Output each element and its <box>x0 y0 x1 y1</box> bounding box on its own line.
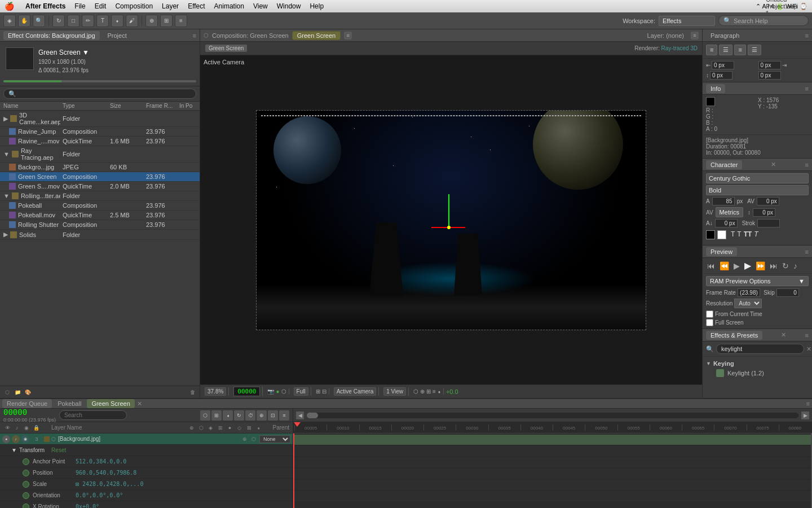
col-in[interactable]: In Po <box>179 103 196 109</box>
anchor-value[interactable]: 512.0,384.0,0.0 <box>76 458 126 465</box>
menu-help[interactable]: Help <box>310 2 324 10</box>
metrics-btn[interactable]: Metrics <box>716 207 743 217</box>
align-left-btn[interactable]: ≡ <box>706 45 717 55</box>
col-size[interactable]: Size <box>110 103 144 109</box>
tab-render-queue[interactable]: Render Queue <box>2 399 52 408</box>
menu-composition[interactable]: Composition <box>115 2 153 10</box>
info-panel-menu[interactable]: ≡ <box>805 85 809 92</box>
workspace-dropdown[interactable]: Effects <box>659 16 715 26</box>
vb-icon5[interactable]: ⬧ <box>438 388 441 395</box>
para-space-before-input[interactable] <box>710 71 732 80</box>
timecode-display[interactable]: 00000 <box>233 387 260 396</box>
layer-icon-2[interactable]: ⬡ <box>250 435 258 443</box>
vb-icon1[interactable]: ⬡ <box>413 388 418 395</box>
lc-mode-5[interactable]: ● <box>226 424 234 432</box>
anchor-stopwatch[interactable] <box>23 458 29 465</box>
menu-window[interactable]: Window <box>277 2 301 10</box>
menu-animation[interactable]: Animation <box>214 2 244 10</box>
tl-icon-7[interactable]: ⊡ <box>268 410 278 421</box>
font-weight-select[interactable]: Bold <box>706 185 809 195</box>
tl-icon-3[interactable]: ⬧ <box>223 410 233 421</box>
layer-solo-btn[interactable]: ◉ <box>21 435 29 443</box>
timeline-tracks[interactable] <box>293 433 812 508</box>
zoom-value[interactable]: 37.8% <box>205 387 226 396</box>
new-comp-icon[interactable]: ⬡ <box>3 388 11 396</box>
tool-extra2[interactable]: ≡ <box>175 15 187 27</box>
tl-icon-8[interactable]: ≡ <box>279 410 289 421</box>
para-indent-right-input[interactable] <box>758 61 781 69</box>
lc-eye-icon[interactable]: 👁 <box>3 424 11 432</box>
lc-solo-icon[interactable]: ◉ <box>23 424 30 432</box>
apple-menu[interactable]: 🍎 <box>5 2 14 11</box>
tool-paint[interactable]: 🖌 <box>126 15 138 27</box>
prev-to-start-btn[interactable]: ⏮ <box>706 261 716 270</box>
tl-icon-1[interactable]: ⬡ <box>200 410 210 421</box>
tl-nav-left[interactable]: ◀ <box>295 411 304 420</box>
text-stroke-color-swatch[interactable] <box>717 230 726 239</box>
list-item[interactable]: Ravine_Jump Composition 23.976 <box>0 127 200 137</box>
list-item[interactable]: ▶ Solids Folder <box>0 230 200 240</box>
list-item[interactable]: Pokeball.mov QuickTime 2.5 MB 23.976 <box>0 211 200 220</box>
lc-mode-6[interactable]: ◇ <box>236 424 244 432</box>
para-space-after-input[interactable] <box>758 71 781 80</box>
layer-item[interactable]: ● ♪ ◉ 3 ⬡ [Background.jpg] ⊕ ⬡ None <box>0 433 293 445</box>
list-item[interactable]: Green Screen Composition 23.976 <box>0 172 200 182</box>
col-name[interactable]: Name <box>3 103 60 109</box>
new-folder-icon[interactable]: 📁 <box>14 388 21 396</box>
tool-zoom[interactable]: 🔍 <box>33 15 45 27</box>
tool-pen[interactable]: ✏ <box>82 15 94 27</box>
prev-step-fwd-btn[interactable]: ▶ <box>732 261 741 270</box>
stroke-input[interactable] <box>757 219 780 227</box>
prev-audio-btn[interactable]: ♪ <box>792 261 798 270</box>
lc-audio-icon[interactable]: ♪ <box>13 424 21 432</box>
para-panel-menu[interactable]: ≡ <box>805 32 809 39</box>
ec-name[interactable]: Green Screen ▼ <box>38 47 89 58</box>
scale-stopwatch[interactable] <box>23 481 29 488</box>
position-stopwatch[interactable] <box>23 470 29 476</box>
tool-rotate[interactable]: ↻ <box>52 15 65 27</box>
menu-view[interactable]: View <box>253 2 268 10</box>
skip-input[interactable] <box>776 288 799 297</box>
scale-value[interactable]: ⊠ 2428.0,2428.0,...0 <box>76 481 143 487</box>
from-current-checkbox[interactable] <box>706 310 713 318</box>
ep-group-header-keying[interactable]: ▼ Keying <box>706 359 809 368</box>
tl-options-btn[interactable]: ≡ <box>806 400 810 407</box>
lc-mode-2[interactable]: ⬡ <box>197 424 205 432</box>
font-kern-input[interactable] <box>757 197 779 205</box>
orient-stopwatch[interactable] <box>23 492 29 499</box>
list-item[interactable]: ▼ Ray Tracing.aep Folder <box>0 146 200 163</box>
transform-expand[interactable]: ▼ <box>11 447 17 453</box>
para-tab[interactable]: Paragraph <box>706 31 744 40</box>
col-fps[interactable]: Frame R... <box>146 103 177 109</box>
orient-value[interactable]: 0.0°,0.0°,0.0° <box>76 492 123 498</box>
xrot-value[interactable]: 0x+0.0° <box>76 503 99 508</box>
layer-audio-btn[interactable]: ♪ <box>12 435 20 443</box>
ep-clear-btn[interactable]: ✕ <box>806 345 811 353</box>
baseline-input[interactable] <box>715 219 738 227</box>
ep-panel-menu[interactable]: ≡ <box>805 332 809 339</box>
text-color-swatch[interactable] <box>706 230 715 239</box>
viewport[interactable]: Active Camera <box>200 55 702 384</box>
tool-shape[interactable]: □ <box>67 15 80 27</box>
color-icon[interactable]: 🎨 <box>24 388 32 396</box>
resolution-select[interactable]: Auto Full Half <box>734 299 762 308</box>
tool-select[interactable]: ◈ <box>3 15 16 27</box>
lc-lock-icon[interactable]: 🔒 <box>32 424 40 432</box>
vb-icon2[interactable]: ⊕ <box>420 388 425 395</box>
font-family-select[interactable]: Century Gothic <box>706 173 809 183</box>
align-center-btn[interactable]: ☰ <box>719 45 732 55</box>
track-bar-layer3[interactable] <box>293 435 812 445</box>
list-item[interactable]: Green S....mov QuickTime 2.0 MB 23.976 <box>0 182 200 191</box>
expand-arrow[interactable]: ▼ <box>3 151 10 157</box>
transform-reset-btn[interactable]: Reset <box>51 447 66 453</box>
list-item[interactable]: Rolling Shutter Composition 23.976 <box>0 220 200 230</box>
tl-icon-6[interactable]: ⊕ <box>257 410 267 421</box>
prev-to-end-btn[interactable]: ⏭ <box>769 261 779 270</box>
frame-rate-input[interactable] <box>738 288 760 297</box>
expand-arrow[interactable]: ▶ <box>3 231 8 238</box>
menu-file[interactable]: File <box>74 2 85 10</box>
leading-input[interactable] <box>753 208 775 217</box>
tc-main[interactable]: 00000 <box>3 408 56 417</box>
list-item[interactable]: Ravine_....mov QuickTime 1.6 MB 23.976 <box>0 137 200 146</box>
layer-eye-btn[interactable]: ● <box>2 435 10 443</box>
